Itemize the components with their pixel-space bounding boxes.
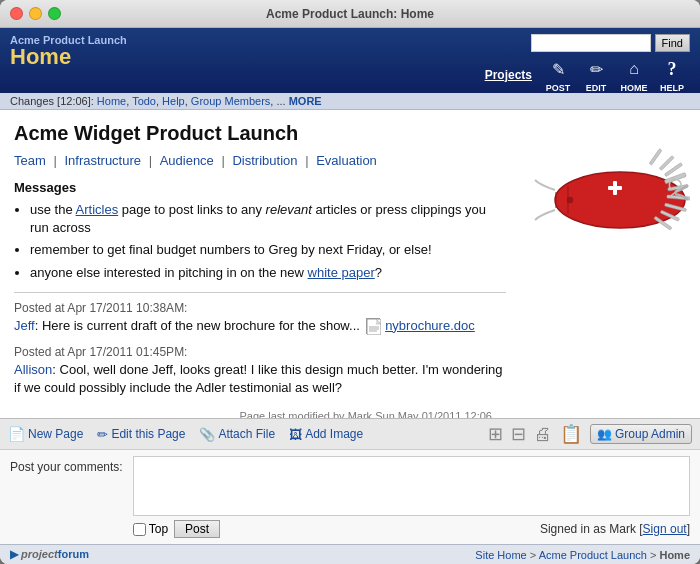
file-link-nybrochure[interactable]: nybrochure.doc [385, 318, 475, 333]
messages-list: use the Articles page to post links to a… [30, 201, 506, 282]
window-title: Acme Product Launch: Home [266, 7, 434, 21]
breadcrumb-sep-2: > [650, 549, 659, 561]
home-nav-icon[interactable]: ⌂ HOME [616, 56, 652, 93]
messages-heading: Messages [14, 180, 506, 195]
breadcrumb-current: Home [659, 549, 690, 561]
search-input[interactable] [531, 34, 651, 52]
separator-4: | [305, 153, 312, 168]
breadcrumb-site-home[interactable]: Site Home [475, 549, 526, 561]
comment-label: Post your comments: [10, 460, 123, 474]
edit-page-button[interactable]: ✏ Edit this Page [97, 427, 185, 442]
home-label: Home [10, 44, 127, 70]
comment-section: Post your comments: Top Post Signed in a… [0, 449, 700, 544]
search-row: Find [531, 34, 690, 52]
top-checkbox[interactable] [133, 523, 146, 536]
attach-file-button[interactable]: 📎 Attach File [199, 427, 275, 442]
changes-link-todo[interactable]: Todo [132, 95, 156, 107]
page-last-modified: Page last modified by Mark Sun May 01/20… [14, 407, 506, 418]
changes-link-help[interactable]: Help [162, 95, 185, 107]
footer-breadcrumb: Site Home > Acme Product Launch > Home [475, 549, 690, 561]
divider-1 [14, 292, 506, 293]
group-admin-button[interactable]: 👥 Group Admin [590, 424, 692, 444]
white-paper-link[interactable]: white paper [308, 265, 375, 280]
post-entry-2: Posted at Apr 17/2011 01:45PM: Allison: … [14, 345, 506, 397]
toolbar-right: ⊞ ⊟ 🖨 📋 👥 Group Admin [488, 423, 692, 445]
nav-icons: ✎ POST ✏ EDIT ⌂ HOME [540, 56, 690, 93]
app-footer: ▶ projectforum Site Home > Acme Product … [0, 544, 700, 564]
post-content-1: Jeff: Here is current draft of the new b… [14, 317, 506, 335]
edit-icon: ✏ [590, 60, 603, 79]
post-date-2: Posted at Apr 17/2011 01:45PM: [14, 345, 506, 359]
home-icon: ⌂ [629, 60, 639, 78]
header-left: Acme Product Launch Home [10, 34, 127, 70]
post-date-1: Posted at Apr 17/2011 10:38AM: [14, 301, 506, 315]
nav-link-infrastructure[interactable]: Infrastructure [64, 153, 141, 168]
toolbar-icon-3: 🖨 [534, 424, 552, 445]
window-controls [10, 7, 61, 20]
changes-link-more[interactable]: MORE [289, 95, 322, 107]
footer-logo-text: ▶ projectforum [10, 548, 89, 560]
bottom-toolbar: 📄 New Page ✏ Edit this Page 📎 Attach Fil… [0, 418, 700, 449]
page-nav-links: Team | Infrastructure | Audience | Distr… [14, 153, 506, 168]
separator-3: | [221, 153, 228, 168]
changes-link-group-members[interactable]: Group Members [191, 95, 270, 107]
comment-right: Top Post Signed in as Mark [Sign out] [133, 456, 690, 538]
post-icon-label: POST [546, 83, 571, 93]
svg-rect-6 [613, 181, 617, 195]
articles-link[interactable]: Articles [76, 202, 119, 217]
message-item-3: anyone else interested in pitching in on… [30, 264, 506, 282]
toolbar-icon-4: 📋 [560, 423, 582, 445]
breadcrumb-acme[interactable]: Acme Product Launch [539, 549, 647, 561]
help-icon-label: HELP [660, 83, 684, 93]
post-content-2: Allison: Cool, well done Jeff, looks gre… [14, 361, 506, 397]
header-right: Find Projects ✎ POST ✏ EDIT [485, 34, 690, 93]
nav-link-distribution[interactable]: Distribution [232, 153, 297, 168]
post-author-allison[interactable]: Allison [14, 362, 52, 377]
post-nav-icon[interactable]: ✎ POST [540, 56, 576, 93]
edit-page-icon: ✏ [97, 427, 108, 442]
footer-logo: ▶ projectforum [10, 548, 89, 561]
post-comment-button[interactable]: Post [174, 520, 220, 538]
separator-1: | [53, 153, 60, 168]
comment-options: Top Post Signed in as Mark [Sign out] [133, 520, 690, 538]
nav-link-evaluation[interactable]: Evaluation [316, 153, 377, 168]
separator-2: | [149, 153, 156, 168]
message-item-2: remember to get final budget numbers to … [30, 241, 506, 259]
attach-file-label: Attach File [218, 427, 275, 441]
edit-page-label: Edit this Page [111, 427, 185, 441]
top-checkbox-label[interactable]: Top [133, 522, 168, 536]
new-page-button[interactable]: 📄 New Page [8, 426, 83, 442]
app-header: Acme Product Launch Home Find Projects ✎… [0, 28, 700, 93]
page-title: Acme Widget Product Launch [14, 122, 506, 145]
breadcrumb-sep-1: > [530, 549, 539, 561]
message-item-1: use the Articles page to post links to a… [30, 201, 506, 237]
find-button[interactable]: Find [655, 34, 690, 52]
changes-prefix: Changes [12:06]: [10, 95, 94, 107]
add-image-button[interactable]: 🖼 Add Image [289, 427, 363, 442]
help-icon: ? [668, 59, 677, 80]
nav-link-team[interactable]: Team [14, 153, 46, 168]
toolbar-icon-2: ⊟ [511, 423, 526, 445]
changes-link-home[interactable]: Home [97, 95, 126, 107]
nav-link-audience[interactable]: Audience [160, 153, 214, 168]
close-button[interactable] [10, 7, 23, 20]
minimize-button[interactable] [29, 7, 42, 20]
edit-nav-icon[interactable]: ✏ EDIT [578, 56, 614, 93]
svg-rect-14 [659, 156, 674, 171]
signed-in-text: Signed in as Mark [Sign out] [540, 522, 690, 536]
content-wrapper: Acme Widget Product Launch Team | Infras… [0, 110, 700, 418]
maximize-button[interactable] [48, 7, 61, 20]
projects-link[interactable]: Projects [485, 68, 532, 82]
sign-out-link[interactable]: Sign out [643, 522, 687, 536]
signed-in-name: Signed in as Mark [540, 522, 636, 536]
file-icon [366, 318, 380, 334]
titlebar: Acme Product Launch: Home [0, 0, 700, 28]
post-author-jeff[interactable]: Jeff [14, 318, 35, 333]
new-page-label: New Page [28, 427, 83, 441]
app-window: Acme Product Launch: Home Acme Product L… [0, 0, 700, 564]
attach-file-icon: 📎 [199, 427, 215, 442]
help-nav-icon[interactable]: ? HELP [654, 56, 690, 93]
toolbar-icon-1: ⊞ [488, 423, 503, 445]
new-page-icon: 📄 [8, 426, 25, 442]
comment-textarea[interactable] [133, 456, 690, 516]
